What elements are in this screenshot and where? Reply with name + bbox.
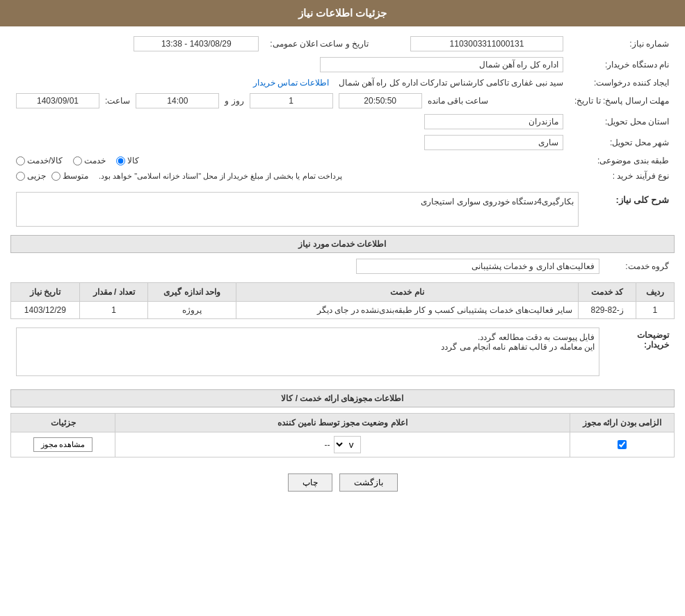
procurement-medium-option[interactable]: متوسط xyxy=(51,171,88,181)
permissions-section-title: اطلاعات مجوزهای ارائه خدمت / کالا xyxy=(10,389,675,407)
category-label: طبقه بندی موضوعی: xyxy=(569,153,675,168)
col-quantity: تعداد / مقدار xyxy=(79,283,148,302)
announce-date-value: 1403/08/29 - 13:38 xyxy=(134,36,259,51)
procurement-medium-radio[interactable] xyxy=(51,172,61,181)
services-section-title: اطلاعات خدمات مورد نیاز xyxy=(10,235,675,253)
need-number-value: 1103003311000131 xyxy=(410,36,563,51)
response-deadline-label: مهلت ارسال پاسخ: تا تاریخ: xyxy=(569,90,675,111)
table-row: v -- مشاهده مجوز xyxy=(11,432,675,457)
main-info-table: شماره نیاز: 1103003311000131 تاریخ و ساع… xyxy=(10,33,675,184)
province-value: مازندران xyxy=(424,114,563,129)
need-number-label: شماره نیاز: xyxy=(569,33,675,54)
perm-required-cell xyxy=(570,432,675,457)
city-value: ساری xyxy=(424,135,563,150)
cell-service-name: سایر فعالیت‌های خدمات پشتیبانی کسب و کار… xyxy=(236,302,579,319)
creator-label: ایجاد کننده درخواست: xyxy=(569,75,675,90)
category-service-option[interactable]: خدمت xyxy=(73,156,106,165)
buyer-org-label: نام دستگاه خریدار: xyxy=(569,54,675,75)
category-goods-service-label: کالا/خدمت xyxy=(27,156,63,165)
need-description-value: بکارگیری4دستگاه خودروی سواری استیجاری xyxy=(16,192,579,227)
service-group-table: گروه خدمت: فعالیت‌های اداری و خدمات پشتی… xyxy=(10,256,675,277)
need-description-table: شرح کلی نیاز: بکارگیری4دستگاه خودروی سوا… xyxy=(10,189,675,229)
cell-unit: پروژه xyxy=(148,302,236,319)
services-table: ردیف کد خدمت نام خدمت واحد اندازه گیری ت… xyxy=(10,282,675,319)
need-description-section-label: شرح کلی نیاز: xyxy=(615,195,669,205)
announce-date-label: تاریخ و ساعت اعلان عمومی: xyxy=(264,33,374,54)
response-time-label: ساعت: xyxy=(105,96,130,106)
permissions-table: الزامی بودن ارائه مجوز اعلام وضعیت مجوز … xyxy=(10,413,675,457)
cell-quantity: 1 xyxy=(79,302,148,319)
response-days: 1 xyxy=(250,93,333,108)
print-button[interactable]: چاپ xyxy=(288,473,332,492)
action-buttons: بازگشت چاپ xyxy=(10,463,675,502)
col-need-date: تاریخ نیاز xyxy=(11,283,80,302)
back-button[interactable]: بازگشت xyxy=(339,473,398,492)
page-header: جزئیات اطلاعات نیاز xyxy=(0,0,685,26)
service-group-label: گروه خدمت: xyxy=(605,256,675,277)
procurement-medium-label: متوسط xyxy=(63,171,88,181)
buyer-notes-label: توضیحات خریدار: xyxy=(605,325,675,379)
col-row-num: ردیف xyxy=(636,283,674,302)
procurement-partial-label: جزیی xyxy=(27,171,46,181)
procurement-note: پرداخت تمام یا بخشی از مبلغ خریدار از مح… xyxy=(99,172,342,181)
cell-need-date: 1403/12/29 xyxy=(11,302,80,319)
cell-service-code: ز-82-829 xyxy=(579,302,636,319)
buyer-notes-table: توضیحات خریدار: فایل پیوست به دقت مطالعه… xyxy=(10,325,675,379)
response-time: 14:00 xyxy=(136,93,219,108)
perm-details-cell: مشاهده مجوز xyxy=(11,432,115,457)
service-group-value: فعالیت‌های اداری و خدمات پشتیبانی xyxy=(356,259,599,274)
table-row: 1 ز-82-829 سایر فعالیت‌های خدمات پشتیبان… xyxy=(11,302,675,319)
procurement-label: نوع فرآیند خرید : xyxy=(569,168,675,184)
perm-col-details: جزئیات xyxy=(11,414,115,432)
perm-status-value: -- xyxy=(325,440,330,450)
perm-status-select[interactable]: v xyxy=(334,436,361,453)
response-days-label: روز و xyxy=(225,96,243,106)
page-title: جزئیات اطلاعات نیاز xyxy=(298,7,387,19)
creator-contact-link[interactable]: اطلاعات تماس خریدار xyxy=(253,78,330,88)
view-permit-button[interactable]: مشاهده مجوز xyxy=(33,437,93,452)
response-remaining: 20:50:50 xyxy=(339,93,422,108)
perm-required-checkbox[interactable] xyxy=(618,440,627,449)
creator-value: سید نبی غفاری تاکامی کارشناس تدارکات ادا… xyxy=(339,78,563,88)
procurement-partial-radio[interactable] xyxy=(16,172,25,181)
perm-status-cell: v -- xyxy=(115,432,570,457)
category-service-label: خدمت xyxy=(84,156,106,165)
category-goods-option[interactable]: کالا xyxy=(116,156,139,165)
city-label: شهر محل تحویل: xyxy=(569,132,675,153)
category-goods-service-option[interactable]: کالا/خدمت xyxy=(16,156,63,165)
response-date: 1403/09/01 xyxy=(16,93,99,108)
buyer-notes-value: فایل پیوست به دقت مطالعه گردد. این معامل… xyxy=(16,327,599,376)
col-unit: واحد اندازه گیری xyxy=(148,283,236,302)
category-goods-label: کالا xyxy=(127,156,139,165)
procurement-partial-option[interactable]: جزیی xyxy=(16,171,46,181)
cell-row-num: 1 xyxy=(636,302,674,319)
response-remaining-label: ساعت باقی مانده xyxy=(428,96,489,106)
category-goods-radio[interactable] xyxy=(116,156,125,165)
col-service-code: کد خدمت xyxy=(579,283,636,302)
perm-col-status: اعلام وضعیت مجوز توسط نامین کننده xyxy=(115,414,570,432)
category-service-radio[interactable] xyxy=(73,156,82,165)
category-goods-service-radio[interactable] xyxy=(16,156,25,165)
province-label: استان محل تحویل: xyxy=(569,111,675,132)
col-service-name: نام خدمت xyxy=(236,283,579,302)
buyer-org-value: اداره کل راه آهن شمال xyxy=(320,57,563,72)
perm-col-required: الزامی بودن ارائه مجوز xyxy=(570,414,675,432)
